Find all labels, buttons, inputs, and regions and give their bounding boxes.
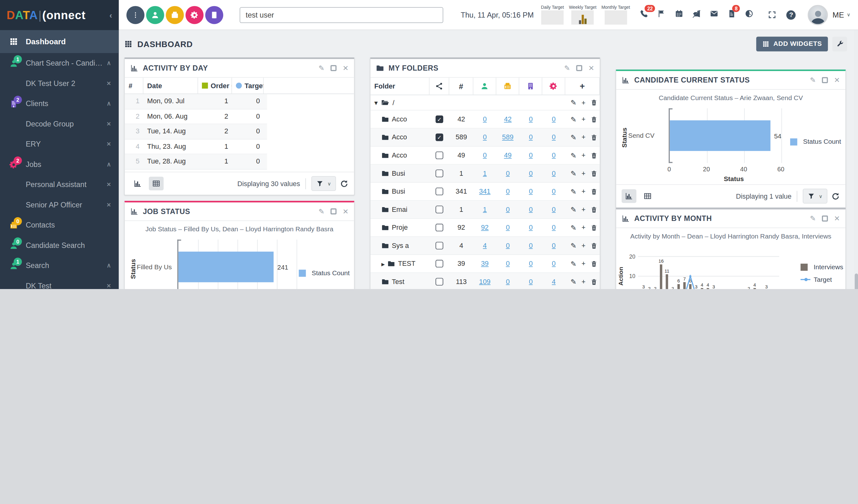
maximize-icon[interactable] bbox=[331, 65, 336, 71]
folder-row[interactable]: Acco4904900✎+ bbox=[370, 147, 600, 165]
contacts-button[interactable] bbox=[166, 6, 184, 24]
folder-count-link[interactable]: 341 bbox=[479, 188, 490, 195]
sidebar-item-contacts[interactable]: 0Contacts bbox=[0, 215, 119, 235]
folder-count-link[interactable]: 39 bbox=[481, 260, 489, 267]
pencil-icon[interactable]: ✎ bbox=[810, 77, 816, 84]
pencil-icon[interactable]: ✎ bbox=[319, 208, 324, 215]
folder-count-link[interactable]: 0 bbox=[529, 224, 533, 231]
trash-icon[interactable] bbox=[590, 224, 598, 231]
pencil-icon[interactable]: ✎ bbox=[571, 133, 577, 141]
refresh-button[interactable] bbox=[340, 179, 348, 188]
pencil-icon[interactable]: ✎ bbox=[571, 99, 577, 107]
search-input[interactable] bbox=[240, 7, 443, 23]
folder-row[interactable]: Acco✓589058900✎+ bbox=[370, 129, 600, 147]
folder-count-link[interactable]: 0 bbox=[483, 151, 487, 159]
folder-count-link[interactable]: 0 bbox=[552, 188, 556, 195]
close-icon[interactable]: ✕ bbox=[343, 208, 348, 215]
folder-row[interactable]: Busi341341000✎+ bbox=[370, 183, 600, 201]
folder-row[interactable]: Emai11000✎+ bbox=[370, 201, 600, 219]
user-menu[interactable]: ME ∨ bbox=[832, 10, 851, 19]
maximize-icon[interactable] bbox=[822, 77, 828, 83]
plus-icon[interactable]: + bbox=[582, 206, 586, 213]
flag-button[interactable] bbox=[657, 10, 666, 20]
close-icon[interactable]: ✕ bbox=[107, 80, 111, 86]
trash-icon[interactable] bbox=[590, 188, 598, 195]
maximize-icon[interactable] bbox=[822, 216, 828, 222]
folder-count-link[interactable]: 0 bbox=[506, 242, 510, 249]
sidebar-item-decode-group[interactable]: Decode Group✕ bbox=[0, 114, 119, 134]
folder-count-link[interactable]: 0 bbox=[552, 151, 556, 159]
trash-icon[interactable] bbox=[590, 242, 598, 249]
plus-icon[interactable]: + bbox=[582, 242, 586, 249]
folder-count-link[interactable]: 0 bbox=[506, 169, 510, 177]
folder-count-link[interactable]: 0 bbox=[483, 115, 487, 123]
table-row[interactable]: 3Tue, 14. Aug20 bbox=[125, 124, 267, 139]
folder-count-link[interactable]: 0 bbox=[552, 115, 556, 123]
settings-wrench-button[interactable] bbox=[832, 36, 847, 51]
folder-count-link[interactable]: 0 bbox=[506, 224, 510, 231]
folder-count-link[interactable]: 0 bbox=[529, 151, 533, 159]
folder-checkbox[interactable]: ✓ bbox=[435, 133, 443, 141]
close-icon[interactable]: ✕ bbox=[588, 65, 594, 72]
folder-row[interactable]: Sys a44000✎+ bbox=[370, 237, 600, 255]
folder-row[interactable]: ▸TEST3939000✎+ bbox=[370, 255, 600, 273]
target-monthly-target[interactable]: Monthly Target bbox=[602, 5, 630, 25]
avatar[interactable] bbox=[808, 5, 828, 25]
menu-dots-button[interactable] bbox=[127, 6, 145, 24]
folder-checkbox[interactable] bbox=[435, 151, 443, 159]
folder-count-link[interactable]: 0 bbox=[529, 115, 533, 123]
pencil-icon[interactable]: ✎ bbox=[571, 169, 577, 177]
pencil-icon[interactable]: ✎ bbox=[319, 65, 324, 72]
filter-button[interactable]: ∨ bbox=[312, 176, 336, 191]
sidebar-item-jobs[interactable]: 2Jobs∧ bbox=[0, 155, 119, 175]
folder-count-link[interactable]: 0 bbox=[506, 206, 510, 213]
phone-button[interactable]: 22 bbox=[640, 10, 649, 20]
close-icon[interactable]: ✕ bbox=[107, 182, 111, 188]
sidebar-item-dk-test-user-2[interactable]: DK Test User 2✕ bbox=[0, 74, 119, 94]
table-row[interactable]: 1Mon, 09. Jul10 bbox=[125, 94, 267, 109]
folder-checkbox[interactable] bbox=[435, 278, 443, 285]
sidebar-item-clients[interactable]: 2Clients∧ bbox=[0, 94, 119, 114]
folder-root-row[interactable]: ▾/✎+ bbox=[370, 95, 600, 111]
clients-button[interactable] bbox=[205, 6, 224, 24]
trash-icon[interactable] bbox=[590, 169, 598, 177]
folder-checkbox[interactable] bbox=[435, 224, 443, 231]
calendar-button[interactable] bbox=[675, 10, 684, 20]
filter-button[interactable]: ∨ bbox=[803, 189, 828, 204]
folder-count-link[interactable]: 0 bbox=[529, 278, 533, 285]
folder-count-link[interactable]: 4 bbox=[552, 278, 556, 285]
table-row[interactable]: 6Wed, 05. Sep10 bbox=[125, 169, 267, 172]
folder-checkbox[interactable] bbox=[435, 260, 443, 267]
plus-icon[interactable]: + bbox=[582, 133, 586, 141]
sidebar-collapse-icon[interactable]: ‹ bbox=[110, 10, 112, 20]
sidebar-item-dashboard[interactable]: Dashboard bbox=[0, 30, 119, 53]
folder-checkbox[interactable] bbox=[435, 242, 443, 249]
bar-chart-toggle[interactable] bbox=[130, 177, 145, 191]
folder-count-link[interactable]: 0 bbox=[529, 133, 533, 141]
plus-icon[interactable]: + bbox=[582, 260, 586, 267]
table-row[interactable]: 5Tue, 28. Aug10 bbox=[125, 155, 267, 169]
megaphone-button[interactable] bbox=[693, 10, 701, 20]
trash-icon[interactable] bbox=[590, 151, 598, 159]
trash-icon[interactable] bbox=[590, 133, 598, 141]
folder-row[interactable]: Acco✓4204200✎+ bbox=[370, 111, 600, 129]
pencil-icon[interactable]: ✎ bbox=[571, 260, 577, 267]
folder-count-link[interactable]: 0 bbox=[552, 260, 556, 267]
close-icon[interactable]: ✕ bbox=[107, 202, 111, 208]
folder-row[interactable]: Proje9292000✎+ bbox=[370, 219, 600, 237]
maximize-icon[interactable] bbox=[576, 65, 582, 71]
candidates-button[interactable] bbox=[146, 6, 164, 24]
clock-button[interactable] bbox=[745, 10, 754, 20]
folder-count-link[interactable]: 0 bbox=[506, 260, 510, 267]
sidebar-item-ery[interactable]: ERY✕ bbox=[0, 134, 119, 154]
pencil-icon[interactable]: ✎ bbox=[571, 188, 577, 195]
table-toggle[interactable] bbox=[149, 177, 163, 191]
folder-row[interactable]: Test113109004✎+ bbox=[370, 273, 600, 289]
folder-count-link[interactable]: 0 bbox=[506, 278, 510, 285]
bar-chart-toggle[interactable] bbox=[622, 189, 636, 203]
refresh-button[interactable] bbox=[831, 192, 840, 200]
folder-checkbox[interactable] bbox=[435, 169, 443, 177]
settings-button[interactable] bbox=[186, 6, 204, 24]
sidebar-item-dk-test[interactable]: DK Test✕ bbox=[0, 276, 119, 289]
sidebar-item-personal-assistant[interactable]: Personal Assistant✕ bbox=[0, 175, 119, 195]
